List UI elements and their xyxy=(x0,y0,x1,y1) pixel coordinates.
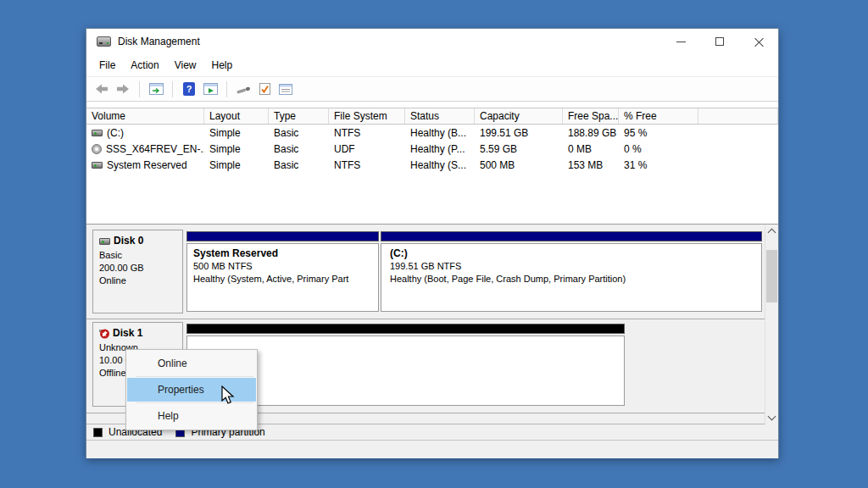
volume-name: System Reserved xyxy=(107,159,187,171)
capacity-value: 5.59 GB xyxy=(475,143,563,155)
menu-action[interactable]: Action xyxy=(123,55,166,75)
column-empty xyxy=(698,108,778,124)
maximize-button[interactable] xyxy=(700,29,739,54)
disk0-type: Basic xyxy=(99,249,182,262)
close-icon xyxy=(754,37,764,47)
status-bar xyxy=(86,441,778,458)
unallocated-bar xyxy=(186,324,625,334)
partition-size: 500 MB NTFS xyxy=(193,260,378,273)
maximize-icon xyxy=(715,37,724,46)
partition-size: 199.51 GB NTFS xyxy=(390,260,761,273)
title-bar[interactable]: Disk Management xyxy=(86,29,778,54)
help-glyph: ? xyxy=(183,82,195,96)
help-icon[interactable]: ? xyxy=(181,80,198,97)
table-row-c-drive[interactable]: (C:) Simple Basic NTFS Healthy (B... 199… xyxy=(86,125,778,141)
free-space-value: 153 MB xyxy=(563,159,619,171)
vertical-scrollbar[interactable] xyxy=(765,225,778,424)
disk0-name: Disk 0 xyxy=(114,235,143,247)
volume-name: (C:) xyxy=(107,127,124,139)
layout-value: Simple xyxy=(204,159,269,171)
primary-partition-bar xyxy=(186,231,379,241)
context-menu-item-help[interactable]: Help xyxy=(127,404,256,428)
show-action-pane-icon[interactable] xyxy=(202,80,219,97)
capacity-value: 199.51 GB xyxy=(475,127,563,139)
minimize-icon xyxy=(676,42,686,42)
free-space-value: 188.89 GB xyxy=(563,127,619,139)
type-value: Basic xyxy=(269,159,329,171)
column-capacity[interactable]: Capacity xyxy=(475,108,563,124)
scroll-up-icon[interactable] xyxy=(768,229,776,237)
file-system-value: UDF xyxy=(329,143,405,155)
partition-title: System Reserved xyxy=(193,247,378,260)
context-menu-item-online[interactable]: Online xyxy=(127,352,256,375)
toolbar: ? xyxy=(86,77,778,102)
cd-rom-icon xyxy=(92,144,102,154)
capacity-value: 500 MB xyxy=(475,159,563,171)
mouse-cursor-icon xyxy=(219,385,237,406)
disk0-state: Online xyxy=(99,274,182,287)
status-value: Healthy (P... xyxy=(405,143,475,155)
check-document-icon[interactable] xyxy=(256,80,273,97)
column-layout[interactable]: Layout xyxy=(204,108,269,124)
show-console-tree-icon[interactable] xyxy=(147,80,164,97)
hdd-icon xyxy=(92,162,103,169)
layout-value: Simple xyxy=(204,143,269,155)
partition-system-reserved[interactable]: System Reserved 500 MB NTFS Healthy (Sys… xyxy=(186,231,379,312)
menu-separator xyxy=(136,376,253,377)
column-type[interactable]: Type xyxy=(269,108,329,124)
hdd-icon xyxy=(92,130,103,136)
toolbar-separator xyxy=(226,81,227,97)
partition-title: (C:) xyxy=(390,247,761,260)
partition-status: Healthy (System, Active, Primary Part xyxy=(193,273,378,286)
disk-context-menu: Online Properties Help xyxy=(125,349,258,430)
toolbar-separator xyxy=(139,81,140,97)
menu-help[interactable]: Help xyxy=(204,55,241,75)
back-icon[interactable] xyxy=(93,80,110,97)
status-value: Healthy (B... xyxy=(405,127,475,139)
layout-value: Simple xyxy=(204,127,269,139)
column-free-space[interactable]: Free Spa... xyxy=(563,108,619,124)
pct-free-value: 31 % xyxy=(619,159,698,171)
menu-view[interactable]: View xyxy=(167,55,204,75)
minimize-button[interactable] xyxy=(661,29,700,54)
pct-free-value: 95 % xyxy=(619,127,698,139)
disk-management-app-icon xyxy=(97,36,111,47)
volume-list: Volume Layout Type File System Status Ca… xyxy=(86,102,778,225)
column-volume[interactable]: Volume xyxy=(86,108,204,124)
volume-name: SSS_X64FREV_EN-... xyxy=(106,143,204,155)
offline-disk-icon xyxy=(99,329,109,339)
disk-row-divider xyxy=(86,319,766,319)
window-controls xyxy=(661,29,778,54)
disk0-size: 200.00 GB xyxy=(99,262,182,274)
status-value: Healthy (S... xyxy=(405,159,475,171)
close-button[interactable] xyxy=(739,29,778,54)
partition-c-drive[interactable]: (C:) 199.51 GB NTFS Healthy (Boot, Page … xyxy=(381,231,762,312)
window-title: Disk Management xyxy=(118,36,200,47)
scrollbar-thumb[interactable] xyxy=(766,250,777,302)
column-file-system[interactable]: File System xyxy=(329,108,405,124)
partition-status: Healthy (Boot, Page File, Crash Dump, Pr… xyxy=(390,273,761,286)
disk-icon xyxy=(99,238,110,245)
table-row-system-reserved[interactable]: System Reserved Simple Basic NTFS Health… xyxy=(86,157,778,173)
properties-sheet-icon[interactable] xyxy=(277,80,294,97)
primary-partition-bar xyxy=(381,231,762,241)
disk1-name: Disk 1 xyxy=(113,327,142,340)
column-pct-free[interactable]: % Free xyxy=(619,108,698,124)
toolbar-separator xyxy=(172,81,173,97)
popup-wand-icon[interactable] xyxy=(235,80,252,97)
type-value: Basic xyxy=(269,143,329,155)
file-system-value: NTFS xyxy=(329,159,405,171)
volume-table-header: Volume Layout Type File System Status Ca… xyxy=(86,108,778,125)
free-space-value: 0 MB xyxy=(563,143,619,155)
forward-icon[interactable] xyxy=(114,80,131,97)
table-row-dvd-volume[interactable]: SSS_X64FREV_EN-... Simple Basic UDF Heal… xyxy=(86,141,778,157)
disk0-label-panel[interactable]: Disk 0 Basic 200.00 GB Online xyxy=(92,230,183,313)
menu-file[interactable]: File xyxy=(92,55,123,75)
menu-bar: File Action View Help xyxy=(86,54,778,77)
file-system-value: NTFS xyxy=(329,127,405,139)
pct-free-value: 0 % xyxy=(619,143,698,155)
type-value: Basic xyxy=(269,127,329,139)
scroll-down-icon[interactable] xyxy=(768,413,776,421)
column-status[interactable]: Status xyxy=(405,108,475,124)
unallocated-swatch xyxy=(93,428,103,437)
